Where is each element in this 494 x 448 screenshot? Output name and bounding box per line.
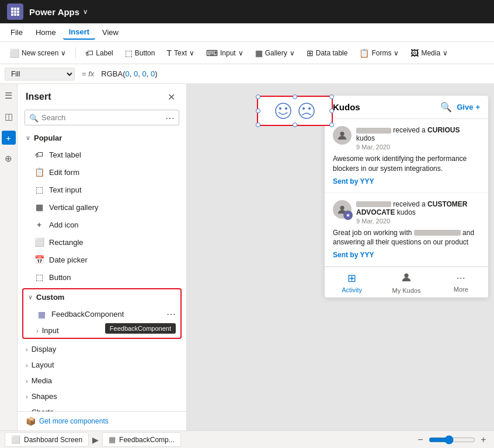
gallery-chevron: ∨: [290, 49, 295, 57]
forms-icon: 📋: [359, 48, 369, 58]
menu-view[interactable]: View: [96, 26, 124, 39]
input-label: Input: [220, 49, 236, 57]
section-charts[interactable]: › Charts: [18, 404, 186, 411]
section-media[interactable]: › Media: [18, 373, 186, 388]
dot-br: [329, 123, 334, 127]
waffle-icon[interactable]: [7, 4, 23, 20]
dot-tr: [329, 94, 334, 99]
input-button[interactable]: ⌨ Input ∨: [201, 46, 248, 60]
section-display[interactable]: › Display: [18, 341, 186, 357]
toolbar: ⬜ New screen ∨ 🏷 Label ⬚ Button T Text ∨…: [0, 42, 494, 64]
tab-feedback[interactable]: ▦ FeedbackComp...: [102, 432, 181, 447]
layout-chevron-icon: ›: [26, 362, 28, 369]
received-text-1: received a: [393, 126, 427, 134]
feedback-component-icon: ▦: [36, 309, 47, 320]
forms-button[interactable]: 📋 Forms ∨: [354, 46, 403, 60]
input-section-label: Input: [42, 326, 59, 335]
custom-label: Custom: [36, 293, 64, 302]
gallery-label: Gallery: [265, 49, 287, 57]
nav-activity[interactable]: ⊞ Activity: [325, 267, 379, 298]
insert-panel: Insert ✕ 🔍 ⋯ ∨ Popular 🏷 Text label 📋 Ed…: [18, 84, 187, 430]
search-more-icon[interactable]: ⋯: [165, 112, 175, 123]
section-shapes[interactable]: › Shapes: [18, 388, 186, 404]
tab-dashboard[interactable]: ⬜ Dashboard Screen: [5, 432, 89, 447]
get-more-components-button[interactable]: 📦 Get more components: [18, 411, 186, 430]
sidebar-icon-data[interactable]: ⊕: [2, 152, 16, 166]
item-text-label[interactable]: 🏷 Text label: [18, 146, 186, 163]
gallery-button[interactable]: ▦ Gallery ∨: [251, 46, 300, 60]
text-label: Text: [174, 49, 187, 57]
item-text-input[interactable]: ⬚ Text input: [18, 181, 186, 198]
new-screen-button[interactable]: ⬜ New screen ∨: [5, 46, 71, 60]
date-picker-text: Date picker: [49, 256, 88, 264]
nav-my-kudos[interactable]: My Kudos: [379, 267, 433, 298]
media-chevron: ∨: [443, 49, 448, 57]
media-button[interactable]: 🖼 Media ∨: [406, 46, 453, 60]
panel-header: Insert ✕: [18, 84, 186, 107]
svg-rect-2: [17, 8, 19, 10]
label-btn-label: Label: [96, 49, 113, 57]
data-table-button[interactable]: ⊞ Data table: [302, 46, 353, 60]
property-select[interactable]: Fill: [5, 68, 75, 80]
button-button[interactable]: ⬚ Button: [120, 46, 160, 60]
input-chevron-icon: ›: [36, 327, 39, 334]
label-icon: 🏷: [85, 48, 93, 58]
section-popular[interactable]: ∨ Popular: [18, 130, 186, 146]
app-chevron[interactable]: ∨: [83, 8, 88, 16]
more-icon: ···: [457, 272, 465, 284]
kudos-suffix-2: kudos: [395, 208, 415, 216]
zoom-minus-button[interactable]: −: [415, 434, 426, 446]
kudos-received-2: received a CUSTOMER ADVOCATE kudos: [356, 200, 480, 216]
svg-rect-6: [11, 13, 13, 16]
shapes-label: Shapes: [32, 392, 57, 401]
media-icon: 🖼: [410, 48, 419, 58]
data-table-icon: ⊞: [307, 48, 314, 58]
item-vertical-gallery[interactable]: ▦ Vertical gallery: [18, 198, 186, 216]
title-bar: Power Apps ∨: [0, 0, 494, 23]
kudos-card-1: received a CURIOUS kudos 9 Mar, 2020 Awe…: [325, 119, 488, 193]
feedback-tooltip: FeedbackComponent: [105, 323, 176, 334]
dot-tl: [256, 94, 260, 99]
zoom-slider[interactable]: [429, 435, 475, 444]
menu-insert[interactable]: Insert: [63, 25, 95, 40]
dot-ml: [256, 108, 260, 113]
kudos-give-button[interactable]: Give +: [457, 103, 480, 111]
svg-point-17: [404, 274, 408, 278]
label-button[interactable]: 🏷 Label: [81, 46, 117, 60]
item-button[interactable]: ⬚ Button: [18, 268, 186, 286]
edit-form-icon: 📋: [34, 167, 44, 177]
panel-close-button[interactable]: ✕: [164, 90, 178, 104]
nav-more[interactable]: ··· More: [434, 267, 488, 298]
text-button[interactable]: T Text ∨: [162, 46, 199, 60]
display-label: Display: [32, 345, 57, 354]
item-date-picker[interactable]: 📅 Date picker: [18, 251, 186, 268]
svg-point-14: [308, 107, 311, 110]
activity-label: Activity: [342, 286, 362, 293]
btn-label: Button: [135, 49, 155, 57]
text-label-icon: 🏷: [34, 149, 44, 160]
feedback-component-preview[interactable]: [257, 96, 333, 126]
kudos-search-icon[interactable]: 🔍: [440, 102, 452, 113]
menu-home[interactable]: Home: [30, 26, 62, 39]
activity-icon: ⊞: [347, 272, 356, 285]
menu-file[interactable]: File: [5, 26, 29, 39]
blurred-name-2: [414, 230, 461, 236]
sidebar-icon-hamburger[interactable]: ☰: [2, 89, 16, 103]
section-custom[interactable]: ∨ Custom: [23, 289, 180, 305]
search-input[interactable]: [25, 110, 179, 125]
item-feedback-component[interactable]: ▦ FeedbackComponent ⋯ FeedbackComponent: [23, 305, 180, 323]
zoom-plus-button[interactable]: +: [478, 434, 489, 446]
button-item-text: Button: [49, 273, 71, 282]
section-layout[interactable]: › Layout: [18, 357, 186, 373]
kudos-card-1-header: received a CURIOUS kudos 9 Mar, 2020: [333, 126, 480, 150]
item-add-icon[interactable]: + Add icon: [18, 216, 186, 233]
item-edit-form[interactable]: 📋 Edit form: [18, 163, 186, 181]
feedback-more-icon[interactable]: ⋯: [166, 309, 176, 320]
svg-rect-0: [11, 8, 13, 10]
svg-point-13: [302, 107, 305, 110]
item-rectangle[interactable]: ⬜ Rectangle: [18, 233, 186, 251]
sidebar-icon-layers[interactable]: ◫: [2, 110, 16, 124]
vertical-gallery-text: Vertical gallery: [49, 203, 99, 212]
sidebar-icon-plus[interactable]: +: [2, 131, 16, 145]
feedback-tab-label: FeedbackComp...: [119, 436, 175, 444]
